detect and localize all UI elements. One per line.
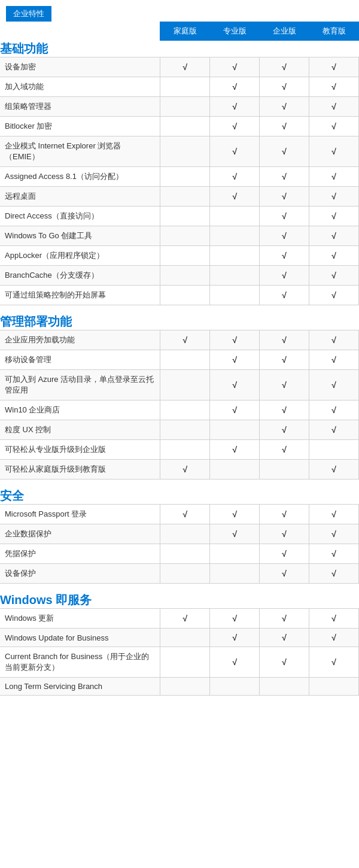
- check-mark: √: [282, 509, 287, 519]
- table-row: 企业应用旁加载功能√√√√: [0, 330, 359, 350]
- check-cell-edu: √: [309, 246, 359, 266]
- check-cell-edu: √: [309, 57, 359, 77]
- check-mark: √: [282, 405, 287, 415]
- check-mark: √: [282, 231, 287, 241]
- table-row: Current Branch for Business（用于企业的当前更新分支）…: [0, 647, 359, 678]
- check-cell-pro: [210, 678, 260, 696]
- check-cell-pro: √: [210, 400, 260, 420]
- check-cell-edu: √: [309, 187, 359, 207]
- check-cell-pro: √: [210, 370, 260, 400]
- check-mark: √: [232, 122, 237, 131]
- feature-cell: 粒度 UX 控制: [0, 420, 160, 440]
- section-spacer: [0, 305, 359, 314]
- section-title-row-mgmt: 管理部署功能: [0, 314, 359, 330]
- check-mark: √: [282, 335, 287, 345]
- check-cell-home: [160, 266, 210, 286]
- check-cell-ent: √: [260, 629, 309, 647]
- section-spacer: [0, 479, 359, 488]
- check-mark: √: [331, 62, 336, 72]
- check-mark: √: [282, 657, 287, 667]
- check-cell-edu: √: [309, 400, 359, 420]
- check-mark: √: [232, 192, 237, 201]
- check-mark: √: [232, 380, 237, 390]
- pro-header: 专业版: [210, 22, 260, 41]
- table-row: 设备加密√√√√: [0, 57, 359, 77]
- check-mark: √: [331, 657, 336, 667]
- check-cell-pro: √: [210, 97, 260, 117]
- feature-cell: Windows 更新: [0, 609, 160, 629]
- check-cell-home: [160, 97, 210, 117]
- check-mark: √: [182, 614, 187, 623]
- check-cell-pro: [210, 207, 260, 226]
- check-mark: √: [232, 62, 237, 72]
- check-cell-ent: √: [260, 117, 309, 136]
- check-cell-ent: √: [260, 505, 309, 524]
- check-mark: √: [331, 211, 336, 221]
- check-cell-ent: √: [260, 544, 309, 564]
- check-cell-home: [160, 370, 210, 400]
- check-mark: √: [182, 465, 187, 474]
- table-row: AppLocker（应用程序锁定）√√: [0, 246, 359, 266]
- check-cell-home: [160, 187, 210, 207]
- check-cell-edu: √: [309, 117, 359, 136]
- check-mark: √: [331, 614, 336, 623]
- table-row: BranchCache（分支缓存）√√: [0, 266, 359, 286]
- check-cell-edu: √: [309, 420, 359, 440]
- check-cell-home: [160, 136, 210, 167]
- table-row: Direct Access（直接访问）√√: [0, 207, 359, 226]
- check-cell-pro: √: [210, 117, 260, 136]
- check-cell-edu: √: [309, 544, 359, 564]
- table-row: 可通过组策略控制的开始屏幕√√: [0, 286, 359, 305]
- feature-cell: 可轻松从家庭版升级到教育版: [0, 460, 160, 479]
- check-mark: √: [331, 380, 336, 390]
- check-cell-home: [160, 350, 210, 370]
- check-cell-pro: [210, 246, 260, 266]
- check-cell-home: [160, 400, 210, 420]
- feature-cell: 可通过组策略控制的开始屏幕: [0, 286, 160, 305]
- check-mark: √: [232, 102, 237, 111]
- check-cell-home: [160, 564, 210, 584]
- check-cell-pro: √: [210, 167, 260, 187]
- check-mark: √: [232, 633, 237, 642]
- check-cell-ent: √: [260, 97, 309, 117]
- check-cell-ent: √: [260, 207, 309, 226]
- check-mark: √: [282, 549, 287, 559]
- check-mark: √: [331, 147, 336, 156]
- comparison-table: 家庭版 专业版 企业版 教育版 基础功能设备加密√√√√加入域功能√√√组策略管…: [0, 22, 359, 696]
- section-title-windows-service: Windows 即服务: [0, 592, 359, 609]
- check-mark: √: [282, 251, 287, 260]
- table-row: 组策略管理器√√√: [0, 97, 359, 117]
- feature-cell: 可加入到 Azure 活动目录，单点登录至云托管应用: [0, 370, 160, 400]
- check-mark: √: [282, 147, 287, 156]
- table-row: 远程桌面√√√: [0, 187, 359, 207]
- check-mark: √: [282, 569, 287, 578]
- check-mark: √: [331, 251, 336, 260]
- table-row: Assigned Access 8.1（访问分配）√√√: [0, 167, 359, 187]
- check-cell-ent: √: [260, 524, 309, 544]
- check-cell-edu: [309, 440, 359, 460]
- check-cell-home: [160, 207, 210, 226]
- check-cell-edu: √: [309, 77, 359, 97]
- check-cell-edu: √: [309, 524, 359, 544]
- check-cell-home: [160, 77, 210, 97]
- check-cell-pro: √: [210, 330, 260, 350]
- check-cell-pro: √: [210, 629, 260, 647]
- check-cell-pro: √: [210, 647, 260, 678]
- feature-cell: 移动设备管理: [0, 350, 160, 370]
- check-cell-edu: √: [309, 330, 359, 350]
- check-mark: √: [331, 569, 336, 578]
- check-mark: √: [331, 509, 336, 519]
- check-cell-ent: √: [260, 286, 309, 305]
- check-cell-ent: √: [260, 246, 309, 266]
- check-mark: √: [282, 82, 287, 92]
- check-cell-pro: [210, 564, 260, 584]
- check-mark: √: [282, 425, 287, 435]
- feature-cell: Win10 企业商店: [0, 400, 160, 420]
- check-cell-ent: √: [260, 57, 309, 77]
- check-mark: √: [232, 657, 237, 667]
- check-cell-edu: √: [309, 286, 359, 305]
- check-mark: √: [331, 102, 336, 111]
- check-mark: √: [331, 271, 336, 280]
- check-mark: √: [232, 529, 237, 539]
- check-mark: √: [331, 192, 336, 201]
